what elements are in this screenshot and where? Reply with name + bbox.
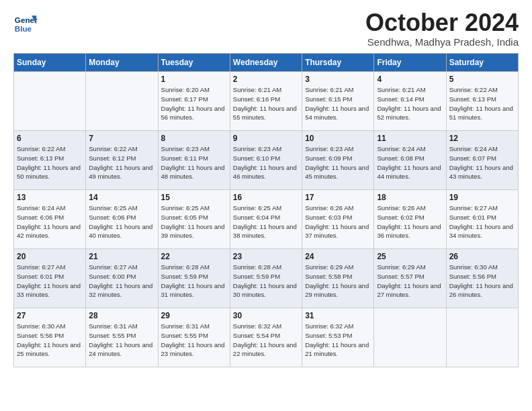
calendar-cell: 11Sunrise: 6:24 AM Sunset: 6:08 PM Dayli… xyxy=(374,131,446,190)
day-number: 3 xyxy=(305,75,371,84)
day-detail: Sunrise: 6:24 AM Sunset: 6:07 PM Dayligh… xyxy=(449,144,515,181)
day-detail: Sunrise: 6:21 AM Sunset: 6:14 PM Dayligh… xyxy=(377,85,443,122)
calendar-cell: 3Sunrise: 6:21 AM Sunset: 6:15 PM Daylig… xyxy=(302,72,374,131)
day-number: 26 xyxy=(449,252,515,261)
day-number: 1 xyxy=(161,75,227,84)
calendar-cell: 13Sunrise: 6:24 AM Sunset: 6:06 PM Dayli… xyxy=(14,190,86,249)
calendar-cell: 15Sunrise: 6:25 AM Sunset: 6:05 PM Dayli… xyxy=(158,190,230,249)
day-number: 30 xyxy=(233,311,299,320)
day-detail: Sunrise: 6:30 AM Sunset: 5:56 PM Dayligh… xyxy=(17,322,83,359)
day-number: 17 xyxy=(305,193,371,202)
calendar-week-row: 1Sunrise: 6:20 AM Sunset: 6:17 PM Daylig… xyxy=(14,72,519,131)
calendar-cell xyxy=(374,308,446,367)
day-detail: Sunrise: 6:23 AM Sunset: 6:09 PM Dayligh… xyxy=(305,144,371,181)
logo: General Blue xyxy=(13,11,38,35)
calendar-cell: 2Sunrise: 6:21 AM Sunset: 6:16 PM Daylig… xyxy=(230,72,302,131)
day-detail: Sunrise: 6:20 AM Sunset: 6:17 PM Dayligh… xyxy=(161,85,227,122)
day-detail: Sunrise: 6:29 AM Sunset: 5:57 PM Dayligh… xyxy=(377,263,443,300)
weekday-header: Wednesday xyxy=(230,54,302,72)
location: Sendhwa, Madhya Pradesh, India xyxy=(365,36,519,48)
day-detail: Sunrise: 6:23 AM Sunset: 6:10 PM Dayligh… xyxy=(233,144,299,181)
weekday-header: Thursday xyxy=(302,54,374,72)
day-number: 7 xyxy=(89,134,154,143)
day-detail: Sunrise: 6:24 AM Sunset: 6:08 PM Dayligh… xyxy=(377,144,443,181)
calendar-cell: 26Sunrise: 6:30 AM Sunset: 5:56 PM Dayli… xyxy=(446,249,518,308)
day-number: 16 xyxy=(233,193,299,202)
day-number: 2 xyxy=(233,75,299,84)
day-number: 20 xyxy=(17,252,83,261)
day-number: 14 xyxy=(89,193,154,202)
day-number: 28 xyxy=(89,311,154,320)
calendar-cell xyxy=(14,72,86,131)
calendar-cell: 17Sunrise: 6:26 AM Sunset: 6:03 PM Dayli… xyxy=(302,190,374,249)
calendar-cell: 30Sunrise: 6:32 AM Sunset: 5:54 PM Dayli… xyxy=(230,308,302,367)
calendar-week-row: 6Sunrise: 6:22 AM Sunset: 6:13 PM Daylig… xyxy=(14,131,519,190)
day-detail: Sunrise: 6:22 AM Sunset: 6:13 PM Dayligh… xyxy=(449,85,515,122)
calendar-table: SundayMondayTuesdayWednesdayThursdayFrid… xyxy=(13,53,519,367)
calendar-cell: 7Sunrise: 6:22 AM Sunset: 6:12 PM Daylig… xyxy=(86,131,158,190)
weekday-header: Tuesday xyxy=(158,54,230,72)
day-number: 27 xyxy=(17,311,83,320)
day-number: 31 xyxy=(305,311,371,320)
weekday-header: Saturday xyxy=(446,54,518,72)
weekday-header-row: SundayMondayTuesdayWednesdayThursdayFrid… xyxy=(14,54,519,72)
day-detail: Sunrise: 6:22 AM Sunset: 6:12 PM Dayligh… xyxy=(89,144,154,181)
calendar-cell: 25Sunrise: 6:29 AM Sunset: 5:57 PM Dayli… xyxy=(374,249,446,308)
day-detail: Sunrise: 6:27 AM Sunset: 6:00 PM Dayligh… xyxy=(89,263,154,300)
day-detail: Sunrise: 6:23 AM Sunset: 6:11 PM Dayligh… xyxy=(161,144,227,181)
calendar-cell: 10Sunrise: 6:23 AM Sunset: 6:09 PM Dayli… xyxy=(302,131,374,190)
day-detail: Sunrise: 6:31 AM Sunset: 5:55 PM Dayligh… xyxy=(161,322,227,359)
calendar-cell: 20Sunrise: 6:27 AM Sunset: 6:01 PM Dayli… xyxy=(14,249,86,308)
day-number: 24 xyxy=(305,252,371,261)
calendar-cell: 1Sunrise: 6:20 AM Sunset: 6:17 PM Daylig… xyxy=(158,72,230,131)
day-number: 12 xyxy=(449,134,515,143)
day-detail: Sunrise: 6:28 AM Sunset: 5:59 PM Dayligh… xyxy=(161,263,227,300)
day-detail: Sunrise: 6:21 AM Sunset: 6:15 PM Dayligh… xyxy=(305,85,371,122)
day-number: 18 xyxy=(377,193,443,202)
calendar-cell: 29Sunrise: 6:31 AM Sunset: 5:55 PM Dayli… xyxy=(158,308,230,367)
calendar-cell: 12Sunrise: 6:24 AM Sunset: 6:07 PM Dayli… xyxy=(446,131,518,190)
calendar-week-row: 20Sunrise: 6:27 AM Sunset: 6:01 PM Dayli… xyxy=(14,249,519,308)
day-detail: Sunrise: 6:24 AM Sunset: 6:06 PM Dayligh… xyxy=(17,203,83,240)
day-number: 29 xyxy=(161,311,227,320)
day-number: 5 xyxy=(449,75,515,84)
day-detail: Sunrise: 6:31 AM Sunset: 5:55 PM Dayligh… xyxy=(89,322,154,359)
day-number: 4 xyxy=(377,75,443,84)
day-detail: Sunrise: 6:32 AM Sunset: 5:53 PM Dayligh… xyxy=(305,322,371,359)
calendar-cell: 28Sunrise: 6:31 AM Sunset: 5:55 PM Dayli… xyxy=(86,308,158,367)
calendar-cell: 23Sunrise: 6:28 AM Sunset: 5:59 PM Dayli… xyxy=(230,249,302,308)
day-number: 11 xyxy=(377,134,443,143)
calendar-cell: 14Sunrise: 6:25 AM Sunset: 6:06 PM Dayli… xyxy=(86,190,158,249)
day-number: 21 xyxy=(89,252,154,261)
day-number: 9 xyxy=(233,134,299,143)
day-detail: Sunrise: 6:22 AM Sunset: 6:13 PM Dayligh… xyxy=(17,144,83,181)
title-block: October 2024 Sendhwa, Madhya Pradesh, In… xyxy=(365,11,519,48)
calendar-cell xyxy=(446,308,518,367)
day-detail: Sunrise: 6:30 AM Sunset: 5:56 PM Dayligh… xyxy=(449,263,515,300)
weekday-header: Friday xyxy=(374,54,446,72)
page-header: General Blue October 2024 Sendhwa, Madhy… xyxy=(13,11,519,48)
day-number: 25 xyxy=(377,252,443,261)
calendar-cell: 4Sunrise: 6:21 AM Sunset: 6:14 PM Daylig… xyxy=(374,72,446,131)
weekday-header: Monday xyxy=(86,54,158,72)
calendar-cell: 18Sunrise: 6:26 AM Sunset: 6:02 PM Dayli… xyxy=(374,190,446,249)
day-detail: Sunrise: 6:26 AM Sunset: 6:03 PM Dayligh… xyxy=(305,203,371,240)
day-number: 13 xyxy=(17,193,83,202)
calendar-cell: 5Sunrise: 6:22 AM Sunset: 6:13 PM Daylig… xyxy=(446,72,518,131)
calendar-cell: 9Sunrise: 6:23 AM Sunset: 6:10 PM Daylig… xyxy=(230,131,302,190)
day-detail: Sunrise: 6:32 AM Sunset: 5:54 PM Dayligh… xyxy=(233,322,299,359)
day-detail: Sunrise: 6:28 AM Sunset: 5:59 PM Dayligh… xyxy=(233,263,299,300)
day-detail: Sunrise: 6:25 AM Sunset: 6:04 PM Dayligh… xyxy=(233,203,299,240)
day-detail: Sunrise: 6:25 AM Sunset: 6:06 PM Dayligh… xyxy=(89,203,154,240)
day-number: 15 xyxy=(161,193,227,202)
calendar-cell: 16Sunrise: 6:25 AM Sunset: 6:04 PM Dayli… xyxy=(230,190,302,249)
calendar-week-row: 13Sunrise: 6:24 AM Sunset: 6:06 PM Dayli… xyxy=(14,190,519,249)
calendar-cell: 27Sunrise: 6:30 AM Sunset: 5:56 PM Dayli… xyxy=(14,308,86,367)
calendar-cell: 21Sunrise: 6:27 AM Sunset: 6:00 PM Dayli… xyxy=(86,249,158,308)
day-number: 22 xyxy=(161,252,227,261)
calendar-cell: 6Sunrise: 6:22 AM Sunset: 6:13 PM Daylig… xyxy=(14,131,86,190)
calendar-week-row: 27Sunrise: 6:30 AM Sunset: 5:56 PM Dayli… xyxy=(14,308,519,367)
calendar-cell: 8Sunrise: 6:23 AM Sunset: 6:11 PM Daylig… xyxy=(158,131,230,190)
calendar-cell xyxy=(86,72,158,131)
day-number: 23 xyxy=(233,252,299,261)
